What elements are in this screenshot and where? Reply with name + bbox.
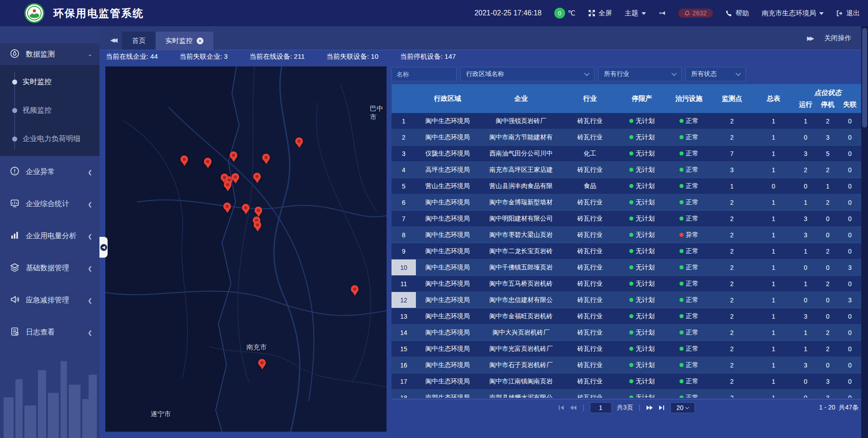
region-select[interactable]: 行政区域名称 [460, 67, 594, 81]
map-pin[interactable] [258, 359, 266, 367]
lost-count-cell: 0 [839, 243, 861, 259]
lost-count-cell: 0 [839, 390, 861, 398]
tab-close-icon[interactable]: ✕ [197, 38, 203, 44]
status-cell: 无计划 [617, 259, 667, 275]
table-row[interactable]: 13阆中生态环境局阆中市金福旺页岩机砖砖瓦行业无计划正常21300 [392, 308, 861, 325]
table-row[interactable]: 11阆中生态环境局阆中市五马桥页岩机砖砖瓦行业无计划正常21120 [392, 276, 861, 292]
table-row[interactable]: 4高坪生态环境局南充市高坪区王家店建砖瓦行业无计划正常31220 [392, 162, 861, 178]
theme-dropdown[interactable]: 主题 [625, 9, 646, 18]
row-index: 3 [392, 146, 416, 161]
table-row[interactable]: 8阆中生态环境局阆中市枣碧大梁山页岩砖瓦行业无计划异常21300 [392, 227, 861, 243]
close-operations-button[interactable]: 关闭操作 [824, 34, 851, 42]
tab-label: 实时监控 [165, 37, 193, 45]
name-search-input[interactable] [392, 67, 457, 81]
status-select[interactable]: 所有状态 [685, 67, 746, 81]
chevron-down-icon [584, 71, 589, 75]
sidebar-subitem-video-monitor[interactable]: 视频监控 [0, 96, 99, 125]
run-count-cell: 3 [794, 227, 817, 243]
map-pin[interactable] [351, 285, 359, 293]
table-row[interactable]: 9阆中生态环境局阆中市二龙长宝页岩砖砖瓦行业无计划正常21120 [392, 243, 861, 259]
sidebar-item-enterprise-abnormal[interactable]: 企业异常❮ [0, 156, 99, 188]
sidebar-item-power-usage-analysis[interactable]: 企业用电量分析❮ [0, 220, 99, 252]
table-row[interactable]: 10阆中生态环境局阆中千佛镇五郎垭页岩砖瓦行业无计划正常21003 [392, 259, 861, 276]
industry-cell: 砖瓦行业 [563, 325, 617, 340]
status-dot-icon [679, 168, 684, 172]
map-pin[interactable] [230, 151, 237, 159]
map-pin[interactable] [254, 221, 261, 229]
logout-button[interactable]: 退出 [836, 9, 860, 18]
industry-select[interactable]: 所有行业 [598, 67, 682, 81]
last-page-button[interactable] [659, 405, 665, 410]
pagination-bar: | 共3页 | 20 1 - 20 共47条 [392, 399, 861, 416]
map-pin[interactable] [204, 158, 212, 165]
company-cell: 阆中市忠信建材有限公 [479, 292, 563, 308]
table-row[interactable]: 14阆中生态环境局阆中大兴页岩机砖厂砖瓦行业无计划正常21120 [392, 325, 861, 341]
tabs-scroll-left-button[interactable]: ◀◀ [110, 37, 116, 43]
page-number-input[interactable] [590, 402, 612, 413]
sidebar-collapse-handle[interactable]: ◀ [99, 237, 108, 258]
table-row[interactable]: 6阆中生态环境局阆中市金博瑞新型墙材砖瓦行业无计划正常21120 [392, 194, 861, 211]
tab-home[interactable]: 首页 [122, 32, 156, 50]
monitor-count-cell: 2 [711, 341, 753, 357]
table-row[interactable]: 16阆中生态环境局阆中市石子页岩机砖厂砖瓦行业无计划正常21300 [392, 357, 861, 373]
phone-icon [726, 10, 732, 17]
table-row[interactable]: 12阆中生态环境局阆中市忠信建材有限公砖瓦行业无计划正常21003 [392, 292, 861, 308]
help-button[interactable]: 帮助 [726, 9, 749, 18]
table-row[interactable]: 3仪陇生态环境局西南油气田分公司川中化工无计划正常71350 [392, 146, 861, 162]
status-cell: 正常 [667, 243, 711, 259]
page-scrollbar[interactable] [861, 26, 868, 438]
map-pin[interactable] [253, 173, 261, 180]
sidebar-subitem-power-load-detail[interactable]: 企业电力负荷明细 [0, 125, 99, 153]
tabs-scroll-right-button[interactable]: ▶▶ [807, 35, 812, 42]
industry-cell: 砖瓦行业 [563, 129, 617, 145]
sidebar-item-emergency-reduction[interactable]: 应急减排管理❮ [0, 284, 99, 316]
sidebar-item-enterprise-statistics[interactable]: 企业综合统计❮ [0, 188, 99, 220]
monitor-count-cell: 2 [711, 259, 753, 275]
map-canvas[interactable]: 巴中市南充市遂宁市 [105, 66, 387, 432]
prev-page-button[interactable] [570, 405, 577, 410]
sidebar-item-data-monitoring[interactable]: 数据监测⌄ [0, 43, 99, 65]
monitor-count-cell: 1 [711, 178, 753, 194]
table-row[interactable]: 7阆中生态环境局阆中明阳建材有限公司砖瓦行业无计划正常21300 [392, 211, 861, 227]
sidebar-item-log-view[interactable]: 日志查看❮ [0, 316, 99, 349]
map-pin[interactable] [255, 207, 262, 214]
map-pin[interactable] [224, 181, 231, 188]
table-row[interactable]: 5营山生态环境局营山县润丰肉食品有限食品无计划正常10010 [392, 178, 861, 194]
stop-count-cell: 2 [817, 325, 839, 340]
first-page-button[interactable] [558, 405, 564, 410]
lost-count-cell: 0 [839, 227, 861, 243]
map-pin[interactable] [242, 204, 250, 212]
industry-cell: 砖瓦行业 [563, 243, 617, 259]
map-pin[interactable] [295, 137, 303, 145]
meter-count-cell: 1 [753, 276, 794, 292]
status-cell: 无计划 [617, 129, 667, 145]
scrollbar-thumb[interactable] [862, 28, 867, 127]
table-row[interactable]: 2阆中生态环境局阆中市南方节能建材有砖瓦行业无计划正常21030 [392, 129, 861, 146]
notification-badge[interactable]: 2632 [678, 9, 713, 18]
table-row[interactable]: 18南部生态环境局南部县雄狮水泥有限公砖瓦行业无计划正常21030 [392, 390, 861, 398]
stat-item: 当前失联设备: 10 [326, 52, 378, 61]
chevron-left-icon: ❮ [88, 201, 92, 207]
sidebar-subitem-realtime-monitor[interactable]: 实时监控 [0, 68, 99, 96]
map-pin[interactable] [223, 203, 231, 210]
map-pin[interactable] [180, 155, 188, 163]
mute-button[interactable] [659, 10, 665, 16]
status-dot-icon [629, 135, 633, 139]
status-dot-icon [629, 347, 633, 351]
map-pin[interactable] [262, 154, 270, 161]
table-row[interactable]: 17阆中生态环境局阆中市江南镇阆南页岩砖瓦行业无计划正常21030 [392, 373, 861, 390]
organization-dropdown[interactable]: 南充市生态环境局 [762, 9, 824, 18]
sidebar-item-base-data-management[interactable]: 基础数据管理❮ [0, 252, 99, 284]
table-row[interactable]: 1阆中生态环境局阆中强锐页岩砖厂砖瓦行业无计划正常21120 [392, 113, 861, 129]
row-index: 12 [392, 292, 416, 308]
next-page-button[interactable] [646, 405, 653, 410]
page-size-select[interactable]: 20 [670, 402, 695, 413]
tab-realtime-monitor[interactable]: 实时监控 ✕ [156, 32, 213, 50]
industry-cell: 砖瓦行业 [563, 390, 617, 398]
map-pin[interactable] [231, 173, 239, 181]
fullscreen-button[interactable]: 全屏 [588, 9, 612, 18]
table-row[interactable]: 15阆中生态环境局阆中市光富页岩机砖厂砖瓦行业无计划正常21120 [392, 341, 861, 357]
status-cell: 正常 [667, 178, 711, 194]
temperature-badge: 0 [554, 8, 565, 19]
tab-bar: ◀◀ 首页 实时监控 ✕ ▶▶ 关闭操作 [99, 26, 861, 50]
